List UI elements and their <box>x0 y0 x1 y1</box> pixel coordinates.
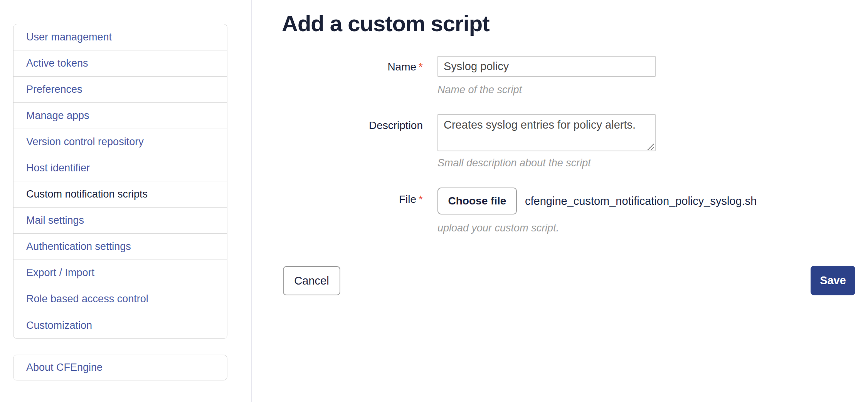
name-helper-text: Name of the script <box>437 84 522 96</box>
name-label: Name* <box>283 61 423 73</box>
description-label: Description <box>283 119 423 132</box>
cancel-button[interactable]: Cancel <box>283 266 340 295</box>
description-helper-text: Small description about the script <box>437 157 591 169</box>
description-textarea[interactable]: Creates syslog entries for policy alerts… <box>437 114 656 151</box>
required-asterisk: * <box>416 193 423 205</box>
sidebar-item-export-import[interactable]: Export / Import <box>13 260 227 286</box>
required-asterisk: * <box>416 61 423 73</box>
choose-file-button[interactable]: Choose file <box>437 188 517 214</box>
file-helper-text: upload your custom script. <box>437 222 559 234</box>
sidebar-item-custom-notification-scripts[interactable]: Custom notification scripts <box>13 181 227 208</box>
save-button[interactable]: Save <box>811 266 855 295</box>
sidebar-item-customization[interactable]: Customization <box>13 312 227 338</box>
sidebar-item-about-cfengine[interactable]: About CFEngine <box>13 355 227 380</box>
settings-sidebar: User management Active tokens Preference… <box>13 24 227 339</box>
sidebar-item-active-tokens[interactable]: Active tokens <box>13 50 227 77</box>
name-label-text: Name <box>387 61 416 73</box>
column-divider <box>251 0 252 402</box>
file-label: File* <box>283 193 423 206</box>
page-title: Add a custom script <box>282 10 490 37</box>
sidebar-item-version-control-repository[interactable]: Version control repository <box>13 129 227 155</box>
sidebar-item-preferences[interactable]: Preferences <box>13 77 227 103</box>
selected-filename: cfengine_custom_notification_policy_sysl… <box>525 188 757 214</box>
sidebar-item-user-management[interactable]: User management <box>13 24 227 50</box>
sidebar-item-mail-settings[interactable]: Mail settings <box>13 208 227 234</box>
sidebar-item-authentication-settings[interactable]: Authentication settings <box>13 234 227 260</box>
sidebar-item-manage-apps[interactable]: Manage apps <box>13 103 227 129</box>
name-input[interactable] <box>437 56 656 77</box>
sidebar-item-host-identifier[interactable]: Host identifier <box>13 155 227 181</box>
description-field-wrap: Creates syslog entries for policy alerts… <box>437 114 656 151</box>
file-label-text: File <box>399 193 416 205</box>
settings-page: User management Active tokens Preference… <box>0 0 868 402</box>
sidebar-item-role-based-access-control[interactable]: Role based access control <box>13 286 227 312</box>
